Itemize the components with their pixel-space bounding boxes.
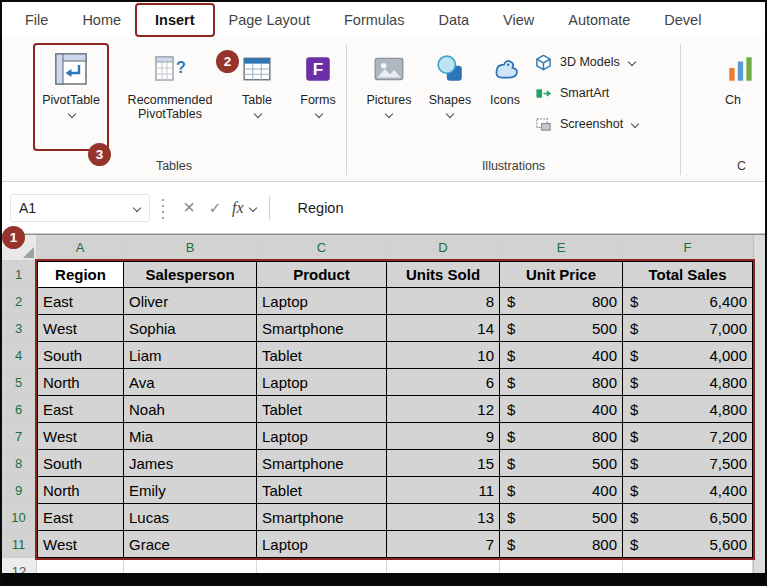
- cell-B10[interactable]: Lucas: [124, 504, 257, 531]
- cell-E5[interactable]: $800: [500, 369, 623, 396]
- cell-D1[interactable]: Units Sold: [387, 261, 500, 288]
- cell-C5[interactable]: Laptop: [257, 369, 387, 396]
- cell-D9[interactable]: 11: [387, 477, 500, 504]
- pictures-button[interactable]: Pictures: [359, 46, 419, 148]
- column-header-C[interactable]: C: [257, 235, 387, 261]
- cell-E1[interactable]: Unit Price: [500, 261, 623, 288]
- cell-D4[interactable]: 10: [387, 342, 500, 369]
- cell-E8[interactable]: $500: [500, 450, 623, 477]
- row-header-2[interactable]: 2: [2, 288, 37, 315]
- formula-input[interactable]: Region: [298, 200, 344, 216]
- tab-automate[interactable]: Automate: [551, 6, 647, 34]
- column-header-A[interactable]: A: [37, 235, 124, 261]
- cell-B2[interactable]: Oliver: [124, 288, 257, 315]
- cell-D7[interactable]: 9: [387, 423, 500, 450]
- tab-developer[interactable]: Devel: [647, 6, 718, 34]
- forms-button[interactable]: F Forms: [290, 46, 346, 148]
- tab-view[interactable]: View: [486, 6, 551, 34]
- vertical-scrollbar[interactable]: [753, 235, 765, 584]
- tab-insert[interactable]: Insert: [138, 6, 212, 34]
- cell-A10[interactable]: East: [37, 504, 124, 531]
- cell-B4[interactable]: Liam: [124, 342, 257, 369]
- recommended-pivottables-button[interactable]: ? Recommended PivotTables: [116, 46, 224, 148]
- cell-C11[interactable]: Laptop: [257, 531, 387, 558]
- cell-E6[interactable]: $400: [500, 396, 623, 423]
- cell-F4[interactable]: $4,000: [623, 342, 753, 369]
- cell-F9[interactable]: $4,400: [623, 477, 753, 504]
- cell-B1[interactable]: Salesperson: [124, 261, 257, 288]
- charts-button[interactable]: Ch: [725, 46, 765, 148]
- cell-E2[interactable]: $800: [500, 288, 623, 315]
- cell-D6[interactable]: 12: [387, 396, 500, 423]
- cell-F3[interactable]: $7,000: [623, 315, 753, 342]
- cell-F1[interactable]: Total Sales: [623, 261, 753, 288]
- smartart-button[interactable]: SmartArt: [535, 83, 639, 103]
- row-header-10[interactable]: 10: [2, 504, 37, 531]
- row-header-5[interactable]: 5: [2, 369, 37, 396]
- cell-E3[interactable]: $500: [500, 315, 623, 342]
- pivottable-button[interactable]: PivotTable: [36, 46, 106, 148]
- cell-A2[interactable]: East: [37, 288, 124, 315]
- cell-F11[interactable]: $5,600: [623, 531, 753, 558]
- row-header-6[interactable]: 6: [2, 396, 37, 423]
- cell-F10[interactable]: $6,500: [623, 504, 753, 531]
- icons-button[interactable]: Icons: [481, 46, 529, 148]
- cell-C2[interactable]: Laptop: [257, 288, 387, 315]
- tab-page-layout[interactable]: Page Layout: [212, 6, 327, 34]
- column-header-B[interactable]: B: [124, 235, 257, 261]
- cell-B5[interactable]: Ava: [124, 369, 257, 396]
- cell-A9[interactable]: North: [37, 477, 124, 504]
- cell-B7[interactable]: Mia: [124, 423, 257, 450]
- cell-F5[interactable]: $4,800: [623, 369, 753, 396]
- column-header-E[interactable]: E: [500, 235, 623, 261]
- cell-C4[interactable]: Tablet: [257, 342, 387, 369]
- cell-C9[interactable]: Tablet: [257, 477, 387, 504]
- cancel-icon[interactable]: [176, 195, 202, 221]
- row-header-8[interactable]: 8: [2, 450, 37, 477]
- tab-home[interactable]: Home: [65, 6, 138, 34]
- screenshot-button[interactable]: Screenshot: [535, 114, 639, 134]
- row-header-11[interactable]: 11: [2, 531, 37, 558]
- tab-formulas[interactable]: Formulas: [327, 6, 421, 34]
- cell-B6[interactable]: Noah: [124, 396, 257, 423]
- cell-E10[interactable]: $500: [500, 504, 623, 531]
- cell-B11[interactable]: Grace: [124, 531, 257, 558]
- cell-E7[interactable]: $800: [500, 423, 623, 450]
- row-header-1[interactable]: 1: [2, 261, 37, 288]
- table-button[interactable]: Table: [232, 46, 282, 148]
- row-header-4[interactable]: 4: [2, 342, 37, 369]
- cell-D3[interactable]: 14: [387, 315, 500, 342]
- cell-A3[interactable]: West: [37, 315, 124, 342]
- cell-D8[interactable]: 15: [387, 450, 500, 477]
- cell-B3[interactable]: Sophia: [124, 315, 257, 342]
- cell-D2[interactable]: 8: [387, 288, 500, 315]
- cell-A4[interactable]: South: [37, 342, 124, 369]
- cell-A11[interactable]: West: [37, 531, 124, 558]
- cell-F8[interactable]: $7,500: [623, 450, 753, 477]
- cell-C1[interactable]: Product: [257, 261, 387, 288]
- 3d-models-button[interactable]: 3D Models: [535, 52, 639, 72]
- tab-file[interactable]: File: [8, 6, 65, 34]
- cell-A1[interactable]: Region: [37, 261, 124, 288]
- cell-C7[interactable]: Laptop: [257, 423, 387, 450]
- cell-C3[interactable]: Smartphone: [257, 315, 387, 342]
- cell-E9[interactable]: $400: [500, 477, 623, 504]
- row-header-3[interactable]: 3: [2, 315, 37, 342]
- cell-B9[interactable]: Emily: [124, 477, 257, 504]
- cell-D10[interactable]: 13: [387, 504, 500, 531]
- cell-E4[interactable]: $400: [500, 342, 623, 369]
- column-header-D[interactable]: D: [387, 235, 500, 261]
- cell-A5[interactable]: North: [37, 369, 124, 396]
- cell-B8[interactable]: James: [124, 450, 257, 477]
- enter-icon[interactable]: [202, 195, 228, 221]
- cell-F2[interactable]: $6,400: [623, 288, 753, 315]
- cell-A7[interactable]: West: [37, 423, 124, 450]
- cell-C8[interactable]: Smartphone: [257, 450, 387, 477]
- tab-data[interactable]: Data: [421, 6, 486, 34]
- cell-A8[interactable]: South: [37, 450, 124, 477]
- cell-C10[interactable]: Smartphone: [257, 504, 387, 531]
- shapes-button[interactable]: Shapes: [423, 46, 477, 148]
- column-header-F[interactable]: F: [623, 235, 753, 261]
- cell-E11[interactable]: $800: [500, 531, 623, 558]
- cell-D11[interactable]: 7: [387, 531, 500, 558]
